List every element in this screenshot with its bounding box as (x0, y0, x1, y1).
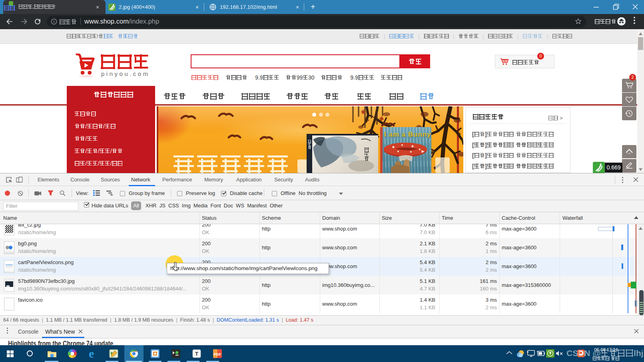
svg-text:PDF: PDF (214, 352, 221, 356)
svg-text:T: T (195, 351, 198, 357)
